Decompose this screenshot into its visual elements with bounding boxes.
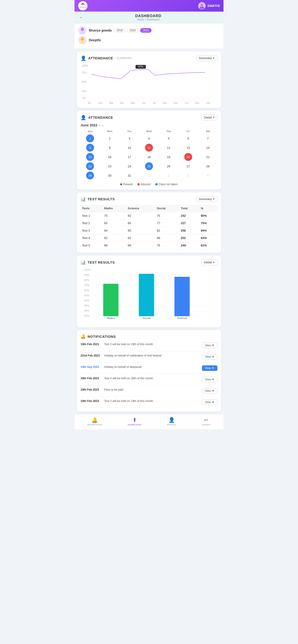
cal-day-18[interactable]: 18 <box>145 153 153 161</box>
cal-day-next-3: 3 <box>184 172 192 180</box>
cal-day-7[interactable]: 7 <box>204 134 212 142</box>
breadcrumb: Home > Dashboard <box>135 18 162 21</box>
view-button[interactable]: View 👁 <box>202 365 217 371</box>
cal-day-14[interactable]: 14 <box>204 144 212 152</box>
user-name-1: Bhavya gowda <box>89 28 112 32</box>
view-button[interactable]: View 👁 <box>202 343 217 348</box>
svg-text:100%: 100% <box>84 269 91 271</box>
cal-day-30[interactable]: 30 <box>106 172 114 180</box>
back-button[interactable]: ← <box>79 15 83 20</box>
cal-day-5[interactable]: 5 <box>165 134 173 142</box>
cal-day-10[interactable]: 10 <box>125 144 133 152</box>
test-results-detail-title-text: TEST RESULTS <box>88 260 115 264</box>
cal-day-next-1: 1 <box>145 172 153 180</box>
notification-nav-icon: 🔔 <box>91 417 98 423</box>
cal-day-26[interactable]: 26 <box>165 162 173 170</box>
nav-item-logout[interactable]: ↩ LOGOUT <box>202 417 210 426</box>
user-header: SWATHI <box>198 2 220 10</box>
cal-day-9[interactable]: 9 <box>106 144 114 152</box>
test-results-detail-button[interactable]: Detail ▼ <box>201 260 217 265</box>
svg-text:Social: Social <box>143 317 150 319</box>
svg-text:70%: 70% <box>84 284 89 286</box>
svg-text:87%: 87% <box>138 65 143 68</box>
cal-day-11[interactable]: 11 <box>145 144 153 152</box>
legend-present: Present <box>120 183 133 186</box>
svg-text:Science: Science <box>177 317 187 319</box>
cal-day-12[interactable]: 12 <box>165 144 173 152</box>
cal-day-17[interactable]: 17 <box>125 153 133 161</box>
cal-day-24[interactable]: 24 <box>125 162 133 170</box>
svg-point-8 <box>80 41 85 44</box>
header-avatar <box>198 2 206 10</box>
bar-chart-container: 100% 90% 80% 70% 60% 50% 40% 30% 20% 10%… <box>81 268 217 324</box>
nav-item-downloads[interactable]: ⬆ DOWNLOADS <box>128 417 141 426</box>
cal-day-29[interactable]: 29 <box>86 172 94 180</box>
attendance-detail-button[interactable]: Detail ▼ <box>201 114 217 120</box>
year-2019[interactable]: 2019 <box>114 28 125 33</box>
logout-nav-label: LOGOUT <box>202 424 210 426</box>
cal-day-27[interactable]: 27 <box>184 162 192 170</box>
nav-item-profile[interactable]: 👤 PROFILE <box>167 417 176 426</box>
cal-day-13[interactable]: 13 <box>184 144 192 152</box>
test-results-summary-header: 📊 TEST RESULTS Summary ▼ <box>81 196 217 202</box>
cal-day-1[interactable]: 1 <box>86 134 94 142</box>
svg-text:Maths: Maths <box>107 317 115 319</box>
notif-text: Test 4 will be held on 26th of this mont… <box>104 377 199 380</box>
year-2021[interactable]: 2021 <box>140 28 152 33</box>
chevron-down-icon: ▼ <box>213 261 215 264</box>
view-button[interactable]: View 👁 <box>202 354 217 360</box>
chevron-down-icon: ▼ <box>213 57 215 59</box>
chart-months: JanFeb MarApr MayJun JulAug SepOct NovDe… <box>81 101 217 104</box>
logo: MMC Stand of Others <box>78 1 88 10</box>
cal-day-20[interactable]: 20 <box>184 153 192 161</box>
attendance-subtitle: | SUMMARY <box>115 56 132 60</box>
view-button[interactable]: View 👁 <box>202 388 217 394</box>
notifications-title-text: NOTIFICATIONS <box>88 334 116 338</box>
notification-nav-label: NOTIFICATION <box>87 424 102 426</box>
attendance-summary-button[interactable]: Summary ▼ <box>196 55 217 61</box>
view-button[interactable]: View 👁 <box>202 400 217 405</box>
cal-day-16[interactable]: 16 <box>106 153 114 161</box>
attendance-line-chart: 100% 75% 50% 25% 0% 87% <box>81 64 217 101</box>
cal-header-thu: Thu <box>159 129 178 134</box>
user-avatar-2 <box>78 36 87 44</box>
nav-item-notification[interactable]: 🔔 NOTIFICATION <box>87 417 102 426</box>
cal-day-4[interactable]: 4 <box>145 134 153 142</box>
svg-text:30%: 30% <box>84 304 89 307</box>
cal-day-31[interactable]: 31 <box>125 172 133 180</box>
cal-day-19[interactable]: 19 <box>165 153 173 161</box>
cal-day-6[interactable]: 6 <box>184 134 192 142</box>
cal-day-21[interactable]: 21 <box>204 153 212 161</box>
col-maths: Maths <box>103 205 127 212</box>
cal-day-2[interactable]: 2 <box>106 134 114 142</box>
attendance-detail-card: 👤 Attendance Detail ▼ June 2022 ‹ › Sun … <box>77 111 221 190</box>
header-username: SWATHI <box>207 4 220 8</box>
cal-day-23[interactable]: 23 <box>106 162 114 170</box>
test-results-summary-title: 📊 TEST RESULTS <box>81 196 115 202</box>
table-row: Test 5 88 86 75 249 81% <box>81 242 217 249</box>
logout-nav-icon: ↩ <box>204 417 208 423</box>
test-results-summary-button[interactable]: Summary ▼ <box>196 196 217 202</box>
year-2020[interactable]: 2020 <box>127 28 139 33</box>
next-month-button[interactable]: › <box>102 123 103 127</box>
cal-day-25[interactable]: 25 <box>145 162 153 170</box>
bar-chart-svg: 100% 90% 80% 70% 60% 50% 40% 30% 20% 10%… <box>83 268 215 319</box>
test-results-detail-header: 📊 TEST RESULTS Detail ▼ <box>81 260 217 265</box>
svg-point-3 <box>200 4 203 6</box>
svg-text:60%: 60% <box>84 289 89 292</box>
cal-header-sat: Sat <box>198 129 217 134</box>
notif-text: Test 3 will be held on 19th of this mont… <box>104 400 199 403</box>
attendance-detail-header: 👤 Attendance Detail ▼ <box>81 114 217 120</box>
svg-text:Stand of Others: Stand of Others <box>79 6 87 8</box>
cal-day-28[interactable]: 28 <box>204 162 212 170</box>
view-button[interactable]: View 👁 <box>202 377 217 382</box>
prev-month-button[interactable]: ‹ <box>99 123 101 127</box>
notifications-list: 19th Feb 2023 Test 3 will be held on 19t… <box>81 340 217 408</box>
cal-day-22[interactable]: 22 <box>86 162 94 170</box>
cal-day-3[interactable]: 3 <box>125 134 133 142</box>
cal-day-8[interactable]: 8 <box>86 144 94 152</box>
attendance-detail-title-text: Attendance <box>88 116 113 120</box>
svg-text:100%: 100% <box>82 64 88 67</box>
cal-day-15[interactable]: 15 <box>86 153 94 161</box>
bottom-nav: 🔔 NOTIFICATION ⬆ DOWNLOADS 👤 PROFILE ↩ L… <box>75 414 223 429</box>
